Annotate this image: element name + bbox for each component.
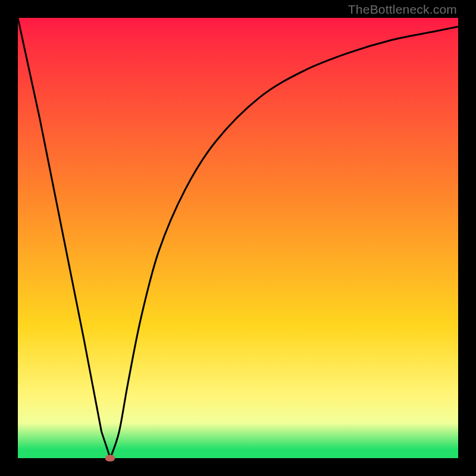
- curve-svg: [18, 18, 458, 458]
- watermark-text: TheBottleneck.com: [348, 2, 457, 17]
- chart-frame: TheBottleneck.com: [0, 0, 476, 476]
- plot-area: [18, 18, 458, 458]
- optimum-marker: [105, 455, 115, 462]
- bottleneck-curve: [18, 18, 458, 458]
